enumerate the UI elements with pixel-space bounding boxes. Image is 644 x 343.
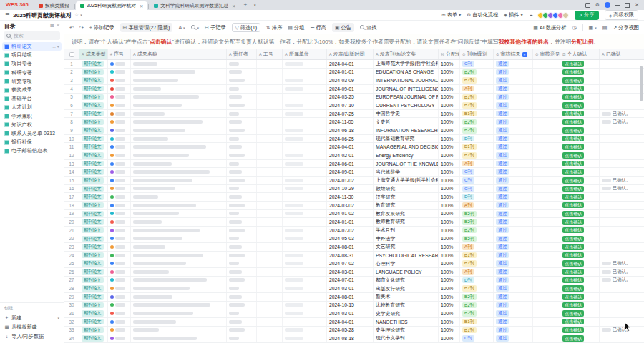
cell-journal[interactable]: 上海交通大学学报(哲学社会科学... xyxy=(374,177,439,184)
cell-author[interactable] xyxy=(227,227,257,234)
sidebar-item-2[interactable]: 项目结项 xyxy=(0,51,64,59)
cell-date[interactable]: 2024-06-25 xyxy=(327,135,374,143)
browser-avatar[interactable] xyxy=(605,2,610,8)
cell-serial[interactable] xyxy=(108,327,131,334)
cell-unit[interactable] xyxy=(283,193,327,201)
cell-name[interactable] xyxy=(131,277,227,284)
cell-name[interactable] xyxy=(131,85,227,93)
cell-result[interactable]: 通过 xyxy=(494,193,533,201)
cell-unit[interactable] xyxy=(283,293,327,301)
tab-search-chevron[interactable]: ▾ xyxy=(250,0,260,10)
cell-serial[interactable] xyxy=(108,143,131,151)
cell-serial[interactable] xyxy=(108,60,131,68)
cell-date[interactable]: 2024-08-01 xyxy=(327,293,374,301)
cell-level[interactable]: C刊 xyxy=(460,60,494,68)
create-item[interactable]: ↓导入/同步数据 xyxy=(0,332,64,341)
cell-unit[interactable] xyxy=(283,135,327,143)
cell-confirm[interactable]: 点击确认 xyxy=(560,143,600,151)
cell-unit[interactable] xyxy=(283,76,327,84)
cell-unit[interactable] xyxy=(283,185,327,193)
column-header-pct[interactable]: %分配情况 xyxy=(439,49,460,59)
cell-opinion[interactable] xyxy=(533,135,560,143)
cell-result[interactable]: 通过 xyxy=(494,85,533,93)
cell-result[interactable]: 通过 xyxy=(494,252,533,259)
toolbar-sort-button[interactable]: ⇅排序 xyxy=(266,24,282,31)
cell-level[interactable]: D刊 xyxy=(460,193,494,201)
cell-serial[interactable] xyxy=(108,76,131,84)
cell-journal[interactable]: INTERNATIONAL JOURNAL OF P... xyxy=(374,76,439,84)
title-chevron-icon[interactable]: ▾ xyxy=(80,13,82,17)
cell-author[interactable] xyxy=(227,135,257,143)
cell-date[interactable]: 2024-07-02 xyxy=(327,227,374,234)
cell-serial[interactable] xyxy=(108,227,131,234)
tab-close-icon[interactable]: ✕ xyxy=(232,4,235,9)
cell-level[interactable]: B1刊 xyxy=(460,110,494,118)
column-header-journal[interactable]: A发表刊物/论文集 xyxy=(374,49,439,59)
cell-unit[interactable] xyxy=(283,151,327,159)
cell-confirmed[interactable] xyxy=(600,101,635,109)
cell-pct[interactable]: 100% xyxy=(439,243,460,251)
cell-confirmed[interactable] xyxy=(600,85,635,93)
cell-confirmed[interactable] xyxy=(600,243,635,251)
confirm-button[interactable]: 点击确认 xyxy=(562,335,584,342)
cell-empid[interactable] xyxy=(257,126,283,134)
confirm-button[interactable]: 点击确认 xyxy=(562,77,584,84)
cell-confirmed[interactable] xyxy=(600,227,635,234)
cell-date[interactable]: 2024-07-02 xyxy=(327,259,374,267)
cell-serial[interactable] xyxy=(108,218,131,226)
cell-name[interactable] xyxy=(131,94,227,101)
column-header-confirm[interactable]: ⊡个人确认 xyxy=(560,49,600,59)
cell-unit[interactable] xyxy=(283,218,327,226)
cell-unit[interactable] xyxy=(283,168,327,176)
column-header-opinion[interactable]: ⊙审核意见 xyxy=(533,49,560,59)
toolbar-history-icon[interactable]: ◷ xyxy=(572,25,577,31)
cell-pct[interactable]: 100% xyxy=(439,60,460,68)
cell-name[interactable] xyxy=(131,185,227,193)
cell-confirm[interactable]: 点击确认 xyxy=(560,110,600,118)
cell-empid[interactable] xyxy=(257,293,283,301)
cell-name[interactable] xyxy=(131,234,227,242)
cell-confirm[interactable]: 点击确认 xyxy=(560,193,600,201)
cell-result[interactable]: 通过 xyxy=(494,185,533,193)
cell-empid[interactable] xyxy=(257,259,283,267)
cell-confirm[interactable]: 点击确认 xyxy=(560,309,600,317)
confirm-button[interactable]: 点击确认 xyxy=(562,294,584,300)
cell-pct[interactable]: 100% xyxy=(439,135,460,143)
cell-result[interactable]: 通过 xyxy=(494,259,533,267)
confirm-button[interactable]: 点击确认 xyxy=(562,161,584,167)
cell-type[interactable]: 期刊论文 xyxy=(79,293,108,301)
cell-date[interactable]: 2024-11-30 xyxy=(327,193,374,201)
cell-journal[interactable]: 教育研究 xyxy=(374,202,439,209)
side-panel-icon[interactable] xyxy=(585,3,590,8)
sidebar-search-input[interactable]: 搜索 xyxy=(4,31,60,40)
cell-unit[interactable] xyxy=(283,327,327,334)
cell-author[interactable] xyxy=(227,334,257,342)
cell-unit[interactable] xyxy=(283,259,327,267)
cell-journal[interactable]: 现代中文学刊 xyxy=(374,334,439,342)
cell-author[interactable] xyxy=(227,94,257,101)
cell-date[interactable]: 2024-08-18 xyxy=(327,334,374,342)
cell-serial[interactable] xyxy=(108,318,131,326)
cell-journal[interactable]: MANAGERIAL AND DECISION E... xyxy=(374,143,439,151)
cell-author[interactable] xyxy=(227,76,257,84)
cell-type[interactable]: 期刊论文 xyxy=(79,259,108,267)
confirm-button[interactable]: 点击确认 xyxy=(562,202,584,209)
cell-journal[interactable]: 文史哲 xyxy=(374,118,439,126)
cell-level[interactable]: B1刊 xyxy=(460,101,494,109)
cell-type[interactable]: 期刊论文 xyxy=(79,143,108,151)
cell-type[interactable]: 期刊论文 xyxy=(79,151,108,159)
sidebar-item-1[interactable]: 科研论文⋯+ xyxy=(2,42,62,51)
cell-author[interactable] xyxy=(227,210,257,218)
cell-name[interactable] xyxy=(131,284,227,292)
cell-empid[interactable] xyxy=(257,143,283,151)
maximize-button[interactable] xyxy=(625,3,630,8)
cell-level[interactable]: B2刊 xyxy=(460,293,494,301)
cell-journal[interactable]: CURRENT PSYCHOLOGY xyxy=(374,101,439,109)
cell-opinion[interactable] xyxy=(533,284,560,292)
cell-opinion[interactable] xyxy=(533,202,560,209)
cell-type[interactable]: 期刊论文 xyxy=(79,85,108,93)
cell-confirmed[interactable] xyxy=(600,252,635,259)
cell-journal[interactable]: INFORMATION RESEARCH-AN I... xyxy=(374,126,439,134)
column-header-serial[interactable]: #序号 xyxy=(108,49,131,59)
cell-type[interactable]: 期刊论文 xyxy=(79,110,108,118)
